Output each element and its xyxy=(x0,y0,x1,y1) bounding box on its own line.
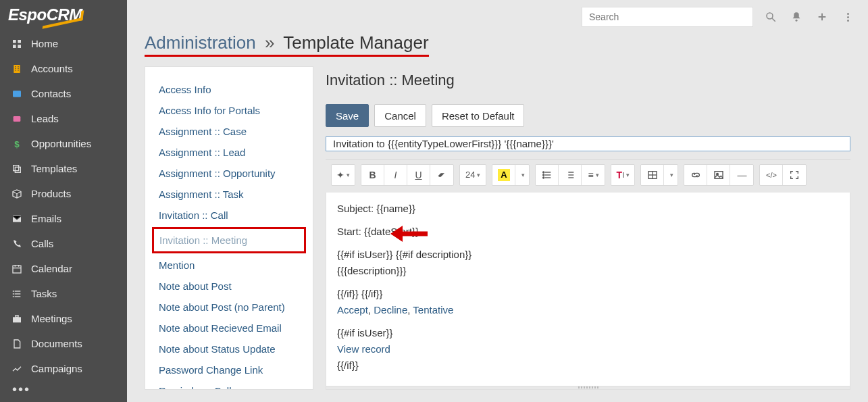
editor-toolbar: ✦▾ B I U 24▾ A ▾ ≡▾ TI▾ xyxy=(326,159,850,190)
template-item[interactable]: Assignment :: Lead xyxy=(159,142,299,163)
template-item[interactable]: Assignment :: Task xyxy=(159,184,299,205)
sidebar-more[interactable]: ••• xyxy=(0,377,127,402)
building-icon xyxy=(9,64,24,74)
sidebar-item-label: Home xyxy=(31,38,58,49)
editor-line: {{#if isUser}} {{#if description}}{{{des… xyxy=(337,247,839,279)
sidebar-item-products[interactable]: Products xyxy=(0,181,127,206)
sidebar-item-documents[interactable]: Documents xyxy=(0,331,127,356)
tentative-link[interactable]: Tentative xyxy=(413,304,453,316)
template-item[interactable]: Assignment :: Case xyxy=(159,121,299,142)
erase-button[interactable] xyxy=(430,165,453,185)
id-card-icon xyxy=(9,89,24,99)
chart-icon xyxy=(9,363,24,374)
template-item[interactable]: Mention xyxy=(159,255,299,276)
sidebar-item-meetings[interactable]: Meetings xyxy=(0,306,127,331)
magic-icon[interactable]: ✦▾ xyxy=(332,165,355,185)
fullscreen-button[interactable] xyxy=(783,165,806,185)
briefcase-icon xyxy=(9,313,24,324)
sidebar-item-calendar[interactable]: Calendar xyxy=(0,256,127,281)
bold-button[interactable]: B xyxy=(361,165,384,185)
breadcrumb-admin-link[interactable]: Administration xyxy=(145,32,256,53)
sidebar-item-calls[interactable]: Calls xyxy=(0,231,127,256)
editor-line: {{#if isUser}} View record {{/if}} xyxy=(337,325,839,374)
search-input[interactable] xyxy=(582,7,753,27)
templates-panel: Access Info Access Info for Portals Assi… xyxy=(145,66,313,390)
template-item[interactable]: Assignment :: Opportunity xyxy=(159,163,299,184)
italic-button[interactable]: I xyxy=(384,165,407,185)
save-button[interactable]: Save xyxy=(326,104,369,127)
hr-button[interactable]: — xyxy=(730,165,753,185)
sidebar-item-leads[interactable]: Leads xyxy=(0,106,127,131)
search-icon[interactable] xyxy=(763,9,779,25)
sidebar-item-label: Emails xyxy=(31,213,61,224)
sidebar-item-label: Opportunities xyxy=(31,138,91,149)
editor-line: {{/if}} {{/if}} Accept, Decline, Tentati… xyxy=(337,286,839,318)
topbar xyxy=(127,0,868,30)
editor-body[interactable]: Subject: {{name}} Start: {{dateStart}} {… xyxy=(326,193,850,386)
text-color-button[interactable]: A xyxy=(492,165,515,185)
page-title: Template Manager xyxy=(283,32,428,53)
template-item[interactable]: Access Info for Portals xyxy=(159,100,299,121)
sidebar-item-templates[interactable]: Templates xyxy=(0,156,127,181)
sidebar-item-opportunities[interactable]: Opportunities xyxy=(0,131,127,156)
cancel-button[interactable]: Cancel xyxy=(374,104,426,127)
editor-panel: Invitation :: Meeting Save Cancel Reset … xyxy=(326,66,850,390)
template-item[interactable]: Invitation :: Meeting xyxy=(152,227,306,253)
template-item[interactable]: Note about Post xyxy=(159,276,299,297)
sidebar-item-label: Meetings xyxy=(31,313,72,324)
font-size-select[interactable]: 24▾ xyxy=(460,165,486,185)
sidebar-item-label: Documents xyxy=(31,338,82,349)
sidebar-item-accounts[interactable]: Accounts xyxy=(0,56,127,81)
svg-rect-6 xyxy=(715,171,723,178)
box-icon xyxy=(9,189,24,199)
sidebar-item-label: Contacts xyxy=(31,88,71,99)
image-button[interactable] xyxy=(707,165,730,185)
editor-line: Subject: {{name}} xyxy=(337,201,839,217)
link-button[interactable] xyxy=(684,165,707,185)
editor-line: Start: {{dateStart}} xyxy=(337,224,839,240)
view-record-link[interactable]: View record xyxy=(337,343,390,355)
sidebar-item-contacts[interactable]: Contacts xyxy=(0,81,127,106)
more-icon: ••• xyxy=(12,382,30,397)
template-item[interactable]: Note about Recieved Email xyxy=(159,318,299,338)
calendar-icon xyxy=(9,263,24,274)
resize-handle[interactable] xyxy=(326,386,850,390)
menu-icon[interactable] xyxy=(840,9,856,25)
decline-link[interactable]: Decline xyxy=(374,304,407,316)
ol-button[interactable] xyxy=(559,165,582,185)
sidebar-item-campaigns[interactable]: Campaigns xyxy=(0,356,127,377)
template-item[interactable]: Access Info xyxy=(159,79,299,100)
breadcrumb: Administration » Template Manager xyxy=(145,32,429,57)
reset-button[interactable]: Reset to Default xyxy=(432,104,525,127)
accept-link[interactable]: Accept xyxy=(337,304,368,316)
sidebar-item-label: Accounts xyxy=(31,63,73,74)
sidebar-item-emails[interactable]: Emails xyxy=(0,206,127,231)
codeview-button[interactable]: </> xyxy=(760,165,783,185)
sidebar-item-label: Campaigns xyxy=(31,363,82,374)
plus-icon[interactable] xyxy=(814,9,830,25)
brand-logo[interactable]: EspoCRM xyxy=(0,0,127,31)
template-item[interactable]: Note about Status Update xyxy=(159,338,299,359)
template-item[interactable]: Password Change Link xyxy=(159,359,299,380)
ul-button[interactable] xyxy=(536,165,559,185)
styles-button[interactable]: TI▾ xyxy=(611,165,634,185)
sidebar-item-label: Calendar xyxy=(31,263,72,274)
align-button[interactable]: ≡▾ xyxy=(582,165,605,185)
template-item[interactable]: Note about Post (no Parent) xyxy=(159,297,299,318)
sidebar-item-home[interactable]: Home xyxy=(0,31,127,56)
table-dropdown[interactable]: ▾ xyxy=(664,165,678,185)
subject-input[interactable] xyxy=(326,136,850,151)
underline-button[interactable]: U xyxy=(407,165,430,185)
sidebar-item-tasks[interactable]: Tasks xyxy=(0,281,127,306)
template-item[interactable]: Reminder :: Call xyxy=(159,380,299,390)
template-item[interactable]: Invitation :: Call xyxy=(159,205,299,226)
table-button[interactable] xyxy=(641,165,664,185)
sidebar-item-label: Leads xyxy=(31,113,59,124)
sidebar-item-label: Templates xyxy=(31,163,77,174)
doc-icon xyxy=(9,338,24,349)
bell-icon[interactable] xyxy=(788,9,805,25)
breadcrumb-separator: » xyxy=(265,32,274,53)
phone-icon xyxy=(9,238,24,249)
badge-icon xyxy=(9,114,24,124)
text-color-dropdown[interactable]: ▾ xyxy=(515,165,529,185)
